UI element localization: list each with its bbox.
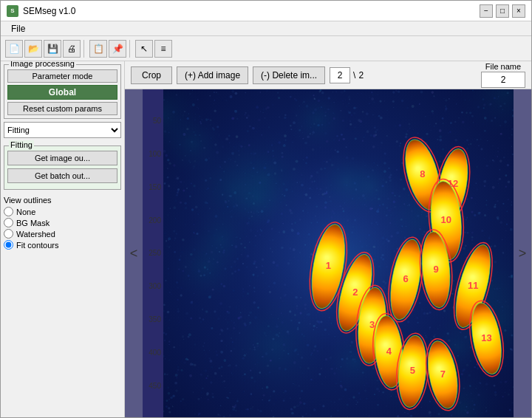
y-tick-400: 400 <box>143 349 163 357</box>
toolbar-extra[interactable]: ≡ <box>154 40 172 58</box>
toolbar-save[interactable]: 💾 <box>44 40 61 58</box>
reset-custom-params-button[interactable]: Reset custom params <box>7 102 117 115</box>
title-controls: − □ × <box>480 4 525 18</box>
image-processing-group: Image processing Parameter mode Global R… <box>4 64 121 119</box>
file-name-area: File name <box>481 62 525 88</box>
radio-watershed-label: Watershed <box>16 230 55 239</box>
add-image-button[interactable]: (+) Add image <box>177 66 248 84</box>
param-mode-button[interactable]: Parameter mode <box>7 69 117 83</box>
nav-separator: \ <box>353 70 355 80</box>
image-area: < 50 100 150 200 250 300 350 400 450 <box>125 89 531 417</box>
fitting-group-label: Fitting <box>9 140 34 149</box>
y-tick-250: 250 <box>143 249 163 257</box>
nav-current-input[interactable] <box>330 67 350 83</box>
app-icon: S <box>7 5 18 17</box>
get-image-out-button[interactable]: Get image ou... <box>7 151 117 165</box>
radio-watershed: Watershed <box>4 229 121 239</box>
toolbar-sep1 <box>83 40 86 58</box>
radio-fit-contours-input[interactable] <box>4 240 13 250</box>
toolbar-cursor[interactable]: ↖ <box>135 40 153 58</box>
y-axis: 50 100 150 200 250 300 350 400 450 <box>143 89 163 417</box>
radio-bg-mask: BG Mask <box>4 218 121 227</box>
radio-fit-contours-label: Fit contours <box>16 241 58 250</box>
next-image-arrow[interactable]: > <box>514 89 531 417</box>
radio-none: None <box>4 207 121 216</box>
title-bar-left: S SEMseg v1.0 <box>7 5 75 17</box>
y-tick-350: 350 <box>143 315 163 323</box>
radio-bg-mask-input[interactable] <box>4 218 13 227</box>
delete-image-button[interactable]: (-) Delete im... <box>253 66 325 84</box>
sem-canvas <box>163 89 514 417</box>
y-tick-450: 450 <box>143 382 163 390</box>
radio-bg-mask-label: BG Mask <box>16 219 50 227</box>
method-dropdown[interactable]: Fitting Watershed Other <box>4 122 121 138</box>
minimize-button[interactable]: − <box>480 4 493 18</box>
get-batch-out-button[interactable]: Get batch out... <box>7 168 117 183</box>
close-button[interactable]: × <box>512 4 525 18</box>
menu-file[interactable]: File <box>7 24 30 34</box>
title-bar: S SEMseg v1.0 − □ × <box>1 1 531 21</box>
view-outlines-group: View outlines None BG Mask Watershed Fit… <box>4 196 121 251</box>
image-processing-label: Image processing <box>9 61 76 68</box>
menu-bar: File <box>1 21 531 36</box>
app-title: SEMseg v1.0 <box>23 6 75 16</box>
nav-total: 2 <box>358 70 364 80</box>
radio-fit-contours: Fit contours <box>4 240 121 250</box>
toolbar: 📄 📂 💾 🖨 📋 📌 ↖ ≡ <box>1 36 531 61</box>
main-content: Image processing Parameter mode Global R… <box>1 61 531 417</box>
toolbar-print[interactable]: 🖨 <box>63 40 81 58</box>
image-container: 50 100 150 200 250 300 350 400 450 <box>143 89 514 417</box>
y-tick-50: 50 <box>143 117 163 125</box>
image-toolbar: Crop (+) Add image (-) Delete im... \ 2 … <box>125 61 531 89</box>
toolbar-copy[interactable]: 📋 <box>89 40 107 58</box>
y-tick-200: 200 <box>143 216 163 225</box>
y-tick-100: 100 <box>143 150 163 158</box>
file-name-input[interactable] <box>481 72 525 88</box>
sidebar: Image processing Parameter mode Global R… <box>1 61 125 417</box>
radio-none-input[interactable] <box>4 207 13 216</box>
toolbar-sep2 <box>129 40 132 58</box>
prev-image-arrow[interactable]: < <box>125 89 143 417</box>
y-tick-300: 300 <box>143 282 163 290</box>
toolbar-open[interactable]: 📂 <box>24 40 42 58</box>
radio-watershed-input[interactable] <box>4 229 13 239</box>
crop-button[interactable]: Crop <box>131 66 172 84</box>
image-nav-counter: \ 2 <box>330 67 364 83</box>
maximize-button[interactable]: □ <box>496 4 509 18</box>
file-name-label: File name <box>485 62 521 71</box>
toolbar-new[interactable]: 📄 <box>5 40 23 58</box>
right-panel: Crop (+) Add image (-) Delete im... \ 2 … <box>125 61 531 417</box>
y-tick-150: 150 <box>143 183 163 191</box>
sem-image-canvas-wrapper <box>163 89 514 417</box>
toolbar-paste[interactable]: 📌 <box>109 40 126 58</box>
radio-none-label: None <box>16 208 35 216</box>
fitting-group: Fitting Get image ou... Get batch out... <box>4 145 121 190</box>
view-outlines-label: View outlines <box>4 196 121 205</box>
global-button[interactable]: Global <box>7 85 117 100</box>
main-window: S SEMseg v1.0 − □ × File 📄 📂 💾 🖨 📋 📌 ↖ ≡… <box>0 0 532 418</box>
